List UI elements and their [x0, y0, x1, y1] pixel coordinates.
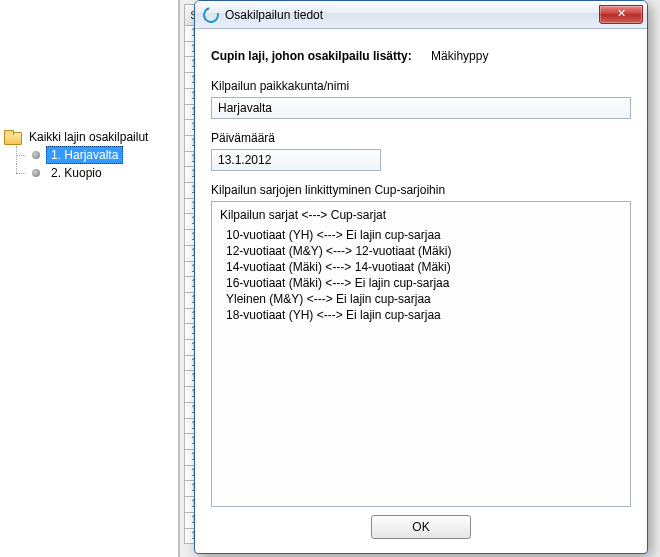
tree-item-label: 2. Kuopio [46, 164, 107, 182]
tree-item-kuopio[interactable]: 2. Kuopio [4, 164, 176, 182]
place-input[interactable] [211, 97, 631, 119]
app-icon [200, 4, 222, 26]
bullet-icon [32, 169, 40, 177]
titlebar[interactable]: Osakilpailun tiedot ✕ [195, 1, 647, 29]
date-label: Päivämäärä [211, 131, 631, 145]
dialog-osakilpailun-tiedot: Osakilpailun tiedot ✕ Cupin laji, johon … [194, 0, 648, 554]
cup-value: Mäkihyppy [431, 49, 488, 63]
tree-root-label: Kaikki lajin osakilpailut [24, 128, 153, 146]
links-label: Kilpailun sarjojen linkittyminen Cup-sar… [211, 183, 631, 197]
content-area: S 1 1 1 1 1 1 1 1 1 1 1 1 1 1 1 1 1 1 1 … [180, 0, 660, 557]
tree: Kaikki lajin osakilpailut 1. Harjavalta … [0, 2, 178, 184]
tree-pane: Kaikki lajin osakilpailut 1. Harjavalta … [0, 0, 180, 557]
cup-label: Cupin laji, johon osakilpailu lisätty: [211, 49, 412, 63]
list-item[interactable]: 18-vuotiaat (YH) <---> Ei lajin cup-sarj… [226, 308, 622, 322]
links-listbox[interactable]: Kilpailun sarjat <---> Cup-sarjat 10-vuo… [211, 201, 631, 507]
tree-item-label: 1. Harjavalta [46, 146, 123, 164]
bullet-icon [32, 151, 40, 159]
list-item[interactable]: 10-vuotiaat (YH) <---> Ei lajin cup-sarj… [226, 228, 622, 242]
list-item[interactable]: 14-vuotiaat (Mäki) <---> 14-vuotiaat (Mä… [226, 260, 622, 274]
place-label: Kilpailun paikkakunta/nimi [211, 79, 631, 93]
button-bar: OK [211, 507, 631, 547]
list-item[interactable]: Yleinen (M&Y) <---> Ei lajin cup-sarjaa [226, 292, 622, 306]
close-button[interactable]: ✕ [599, 5, 643, 24]
folder-icon [4, 130, 20, 144]
date-input[interactable] [211, 149, 381, 171]
dialog-body: Cupin laji, johon osakilpailu lisätty: M… [195, 29, 647, 553]
close-icon: ✕ [617, 7, 626, 19]
dialog-title: Osakilpailun tiedot [225, 8, 599, 22]
links-header: Kilpailun sarjat <---> Cup-sarjat [220, 208, 622, 222]
cup-row: Cupin laji, johon osakilpailu lisätty: M… [211, 49, 631, 63]
ok-button[interactable]: OK [371, 515, 471, 539]
list-item[interactable]: 16-vuotiaat (Mäki) <---> Ei lajin cup-sa… [226, 276, 622, 290]
tree-root[interactable]: Kaikki lajin osakilpailut [4, 128, 176, 146]
tree-item-harjavalta[interactable]: 1. Harjavalta [4, 146, 176, 164]
list-item[interactable]: 12-vuotiaat (M&Y) <---> 12-vuotiaat (Mäk… [226, 244, 622, 258]
